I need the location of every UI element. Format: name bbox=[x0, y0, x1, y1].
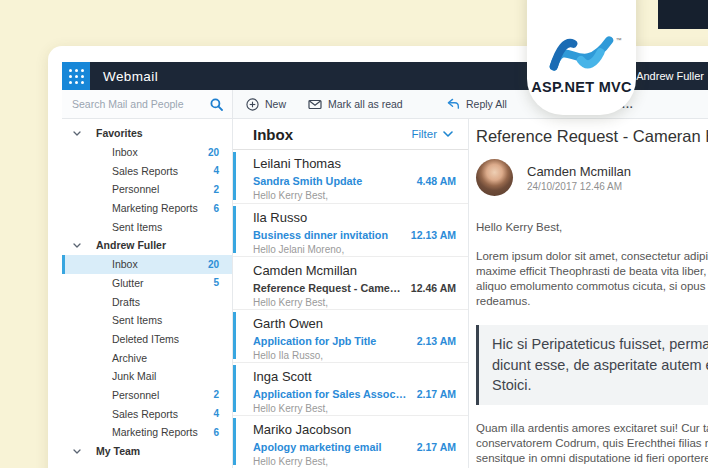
mail-item-ila-russo[interactable]: Ila RussoBusiness dinner invitation12.13… bbox=[233, 203, 468, 256]
user-name[interactable]: Andrew Fuller bbox=[636, 62, 704, 90]
unread-count-badge: 20 bbox=[208, 147, 219, 158]
body-line: Stoici. bbox=[492, 375, 708, 396]
sidebar-item-label: Sales Reports bbox=[112, 165, 178, 177]
search-input[interactable] bbox=[62, 97, 210, 111]
sidebar-item-marketing-reports[interactable]: Marketing Reports6 bbox=[62, 423, 232, 442]
sidebar-item-personnel[interactable]: Personnel2 bbox=[62, 180, 232, 199]
mail-item-mariko-jacobson[interactable]: Mariko JacobsonApology marketing email2.… bbox=[233, 415, 468, 468]
sidebar-item-label: Marketing Reports bbox=[112, 202, 198, 214]
sidebar-item-inbox[interactable]: Inbox20 bbox=[62, 143, 232, 162]
body-line: Hic si Peripateticus fuisset, permansiss… bbox=[492, 334, 708, 355]
reply-all-icon bbox=[446, 98, 460, 110]
sidebar-item-drafts[interactable]: Drafts bbox=[62, 292, 232, 311]
mail-item-camden-mcmillan[interactable]: Camden McmillanReference Request - Camer… bbox=[233, 256, 468, 309]
new-button-label: New bbox=[265, 98, 286, 110]
sidebar-item-sent-items[interactable]: Sent Items bbox=[62, 311, 232, 330]
app-title: Webmail bbox=[103, 69, 158, 84]
sidebar-item-sent-items[interactable]: Sent Items bbox=[62, 217, 232, 236]
mail-time: 2.13 AM bbox=[417, 335, 456, 347]
message-date: 24/10/2017 12.46 AM bbox=[527, 181, 631, 192]
mail-subject: Sandra Smith Update bbox=[253, 175, 409, 187]
mail-preview: Hello Kerry Best, bbox=[253, 456, 456, 467]
unread-indicator-bar bbox=[233, 418, 236, 465]
mail-time: 12.13 AM bbox=[411, 229, 456, 241]
sidebar-item-label: Personnel bbox=[112, 183, 159, 195]
search-box[interactable] bbox=[62, 90, 233, 118]
sidebar-item-label: Personnel bbox=[112, 389, 159, 401]
body-line: maxime efficit Theophrasti de beata vita… bbox=[476, 264, 708, 279]
sidebar-item-archive[interactable]: Archive bbox=[62, 348, 232, 367]
body-line: sensitque in omni disputatione id fieri … bbox=[476, 451, 708, 466]
sidebar-section-andrew-fuller[interactable]: Andrew Fuller bbox=[62, 236, 232, 255]
mail-sender: Leilani Thomas bbox=[253, 156, 456, 172]
sidebar-item-label: Inbox bbox=[112, 258, 138, 270]
sidebar-item-sales-reports[interactable]: Sales Reports4 bbox=[62, 404, 232, 423]
sidebar-item-label: Drafts bbox=[112, 296, 140, 308]
mail-subject: Application for Jpb Title bbox=[253, 335, 409, 347]
content-columns: FavoritesInbox20Sales Reports4Personnel2… bbox=[62, 119, 708, 468]
mail-preview: Hello Kerry Best, bbox=[253, 403, 456, 414]
decorative-corner-block bbox=[658, 0, 708, 29]
mail-item-inga-scott[interactable]: Inga ScottApplication for Sales Associat… bbox=[233, 362, 468, 415]
unread-count-badge: 6 bbox=[213, 203, 219, 214]
search-icon[interactable] bbox=[210, 98, 223, 111]
body-line: dicunt esse, de asperitate autem eius fo… bbox=[492, 355, 708, 376]
sidebar-item-inbox[interactable]: Inbox20 bbox=[62, 255, 232, 274]
quoted-text-block: Hic si Peripateticus fuisset, permansiss… bbox=[476, 325, 708, 405]
mail-item-list: Leilani ThomasSandra Smith Update4.48 AM… bbox=[233, 150, 468, 468]
chevron-down-icon bbox=[73, 131, 81, 136]
sender-meta-text: Camden Mcmillan 24/10/2017 12.46 AM bbox=[527, 164, 631, 192]
mail-item-leilani-thomas[interactable]: Leilani ThomasSandra Smith Update4.48 AM… bbox=[233, 150, 468, 203]
filter-chevron-down-icon bbox=[443, 131, 453, 137]
sidebar-item-marketing-reports[interactable]: Marketing Reports6 bbox=[62, 199, 232, 218]
mail-subject: Apology marketing email bbox=[253, 441, 409, 453]
body-line: conservatorem Codrum, quis Erechthei fil… bbox=[476, 436, 708, 451]
mail-time: 2.17 AM bbox=[417, 441, 456, 453]
body-line: Lorem ipsum dolor sit amet, consectetur … bbox=[476, 249, 708, 264]
sidebar-item-label: Deleted ITems bbox=[112, 333, 179, 345]
sidebar-section-my-team[interactable]: My Team bbox=[62, 442, 232, 461]
mark-all-as-read-button[interactable]: Mark all as read bbox=[308, 90, 403, 118]
mail-subject-row: Business dinner invitation12.13 AM bbox=[253, 229, 456, 241]
body-line: redeamus. bbox=[476, 294, 708, 309]
sidebar-item-label: Sent Items bbox=[112, 221, 162, 233]
sidebar-item-sales-reports[interactable]: Sales Reports4 bbox=[62, 161, 232, 180]
mail-preview: Hello Jelani Moreno, bbox=[253, 244, 456, 255]
sender-avatar[interactable] bbox=[476, 159, 513, 196]
new-button[interactable]: New bbox=[246, 90, 286, 118]
sidebar-item-junk-mail[interactable]: Junk Mail bbox=[62, 367, 232, 386]
filter-button[interactable]: Filter bbox=[411, 128, 453, 140]
reply-all-button[interactable]: Reply All bbox=[446, 90, 507, 118]
apps-grid-icon[interactable] bbox=[62, 62, 90, 90]
sidebar-item-label: Marketing Reports bbox=[112, 426, 198, 438]
body-line: Hello Kerry Best, bbox=[476, 220, 708, 235]
reply-all-label: Reply All bbox=[466, 98, 507, 110]
unread-indicator-bar bbox=[233, 206, 236, 253]
sidebar-item-personnel[interactable]: Personnel2 bbox=[62, 386, 232, 405]
chevron-down-icon bbox=[73, 449, 81, 454]
filter-label: Filter bbox=[411, 128, 437, 140]
screenshot-canvas: Webmail Andrew Fuller New bbox=[0, 0, 708, 468]
sidebar-item-deleted-items[interactable]: Deleted ITems bbox=[62, 330, 232, 349]
sidebar-item-glutter[interactable]: Glutter5 bbox=[62, 274, 232, 293]
mark-all-label: Mark all as read bbox=[328, 98, 403, 110]
unread-count-badge: 4 bbox=[213, 165, 219, 176]
mail-sender: Inga Scott bbox=[253, 369, 456, 385]
dotnet-logo-icon: ™ bbox=[549, 35, 615, 73]
mail-subject-row: Sandra Smith Update4.48 AM bbox=[253, 175, 456, 187]
message-body: Hello Kerry Best,Lorem ipsum dolor sit a… bbox=[476, 220, 708, 468]
mail-subject-row: Reference Request - Cameran Hester12.46 … bbox=[253, 282, 456, 294]
unread-count-badge: 5 bbox=[213, 277, 219, 288]
unread-count-badge: 20 bbox=[208, 259, 219, 270]
sidebar-item-label: Inbox bbox=[112, 146, 138, 158]
mail-time: 2.17 AM bbox=[417, 388, 456, 400]
mail-list-header: Inbox Filter bbox=[233, 119, 468, 150]
new-plus-icon bbox=[246, 98, 259, 111]
mail-sender: Camden Mcmillan bbox=[253, 263, 456, 279]
unread-count-badge: 2 bbox=[213, 184, 219, 195]
mail-subject-row: Application for Sales Associate2.17 AM bbox=[253, 388, 456, 400]
sidebar-item-label: Glutter bbox=[112, 277, 144, 289]
sidebar-section-favorites[interactable]: Favorites bbox=[62, 124, 232, 143]
mail-list-title: Inbox bbox=[253, 126, 293, 143]
mail-item-garth-owen[interactable]: Garth OwenApplication for Jpb Title2.13 … bbox=[233, 309, 468, 362]
